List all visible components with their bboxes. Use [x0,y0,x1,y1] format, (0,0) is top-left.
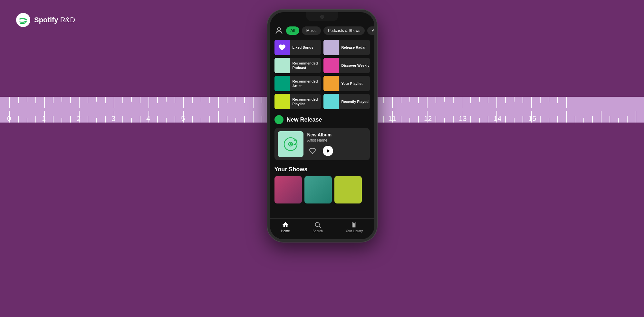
quick-item-discover-weekly[interactable]: Discover Weekly [323,58,370,73]
quick-item-recently-played[interactable]: Recently Played [323,94,370,109]
discover-weekly-label: Discover Weekly [341,63,370,68]
brand-name: Spotify R&D [34,16,75,24]
new-release-card[interactable]: New Album Artist Name [274,128,370,160]
header: Spotify R&D [16,13,75,27]
svg-point-155 [290,144,291,145]
filter-podcasts-button[interactable]: Podcasts & Shows [323,26,365,35]
nav-home-label: Home [281,229,290,233]
phone-frame: All Music Podcasts & Shows Audiobo Liked… [267,10,377,242]
quick-item-recommended-playlist[interactable]: Recommended Playlist [274,94,321,109]
quick-access-grid: Liked Songs Release Radar Recommended Po… [274,40,370,109]
svg-point-151 [16,13,30,27]
play-button[interactable] [323,146,333,156]
liked-songs-label: Liked Songs [293,45,313,50]
recommended-playlist-label: Recommended Playlist [293,97,321,106]
svg-line-158 [319,226,321,228]
recently-played-thumb [323,94,339,109]
new-release-dot [274,115,284,124]
quick-item-recommended-artist[interactable]: Recommended Artist [274,76,321,91]
phone-notch [306,12,338,21]
your-playlist-thumb [323,76,339,91]
album-name: New Album [307,132,367,137]
quick-item-liked-songs[interactable]: Liked Songs [274,40,321,55]
nav-library-label: Your Library [346,229,363,233]
new-release-section-header: New Release [274,115,370,124]
show-thumb-2[interactable] [304,176,332,203]
recommended-artist-label: Recommended Artist [293,79,321,88]
your-shows-title: Your Shows [274,166,370,173]
your-shows-row [274,176,370,203]
svg-point-152 [277,28,280,31]
show-thumb-1[interactable] [274,176,302,203]
like-button[interactable] [307,146,318,156]
recommended-artist-thumb [274,76,290,91]
recently-played-label: Recently Played [341,99,369,104]
quick-item-your-playlist[interactable]: Your Playlist [323,76,370,91]
recommended-playlist-thumb [274,94,290,109]
filter-all-button[interactable]: All [286,26,299,35]
recommended-podcast-label: Recommended Podcast [293,61,321,70]
quick-item-recommended-podcast[interactable]: Recommended Podcast [274,58,321,73]
liked-songs-thumb [274,40,290,55]
album-info: New Album Artist Name [307,132,367,156]
phone-camera [320,15,324,19]
svg-point-157 [315,223,320,227]
release-radar-thumb [323,40,339,55]
filter-audiobo-button[interactable]: Audiobo [367,26,374,35]
nav-home[interactable]: Home [281,221,290,233]
nav-search-label: Search [312,229,323,233]
filter-row: All Music Podcasts & Shows Audiobo [274,26,370,35]
show-thumb-3[interactable] [334,176,362,203]
phone-screen: All Music Podcasts & Shows Audiobo Liked… [270,12,374,239]
nav-search[interactable]: Search [312,221,323,233]
spotify-logo-icon [16,13,30,27]
svg-marker-156 [327,149,330,153]
artist-name: Artist Name [307,138,367,143]
nav-library[interactable]: Your Library [346,221,363,233]
new-release-title: New Release [287,116,322,123]
album-actions [307,146,367,156]
your-playlist-label: Your Playlist [341,81,363,86]
quick-item-release-radar[interactable]: Release Radar [323,40,370,55]
bottom-nav: Home Search [270,218,374,239]
user-icon[interactable] [274,26,284,35]
discover-weekly-thumb [323,58,339,73]
album-art [278,131,303,157]
filter-music-button[interactable]: Music [302,26,321,35]
recommended-podcast-thumb [274,58,290,73]
release-radar-label: Release Radar [341,45,366,50]
